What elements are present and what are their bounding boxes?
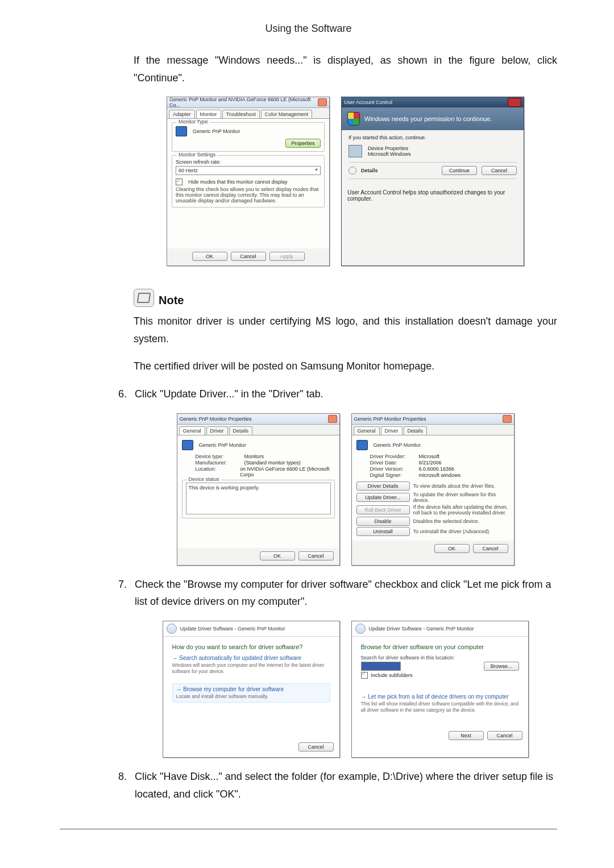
page-separator (60, 829, 557, 829)
screenshot-row-3: Update Driver Software - Generic PnP Mon… (134, 621, 557, 758)
tab-driver[interactable]: Driver (206, 426, 228, 435)
cancel-button[interactable]: Cancel (298, 742, 334, 751)
chevron-down-icon[interactable] (349, 167, 356, 175)
pnp-general-window: Generic PnP Monitor Properties General D… (177, 413, 340, 566)
back-icon[interactable] (167, 624, 177, 634)
pnp-driver-window: Generic PnP Monitor Properties General D… (351, 413, 515, 566)
uac-app-name: Device Properties (368, 146, 411, 151)
uac-app-publisher: Microsoft Windows (368, 151, 411, 157)
disable-desc: Disables the selected device. (413, 518, 480, 524)
page-title: Using the Software (60, 23, 557, 35)
update-driver-wizard-2: Update Driver Software - Generic PnP Mon… (351, 621, 529, 758)
monitor-name: Generic PnP Monitor (193, 128, 240, 134)
uninstall-button[interactable]: Uninstall (356, 527, 410, 536)
tab-details[interactable]: Details (404, 426, 428, 435)
device-status-text: This device is working properly. (186, 483, 331, 514)
continue-button[interactable]: Continue (442, 166, 477, 175)
tab-general[interactable]: General (354, 426, 380, 435)
note-label: Note (159, 294, 184, 307)
cancel-button[interactable]: Cancel (298, 551, 334, 560)
let-me-pick-option[interactable]: → Let me pick from a list of device driv… (361, 693, 519, 700)
hide-modes-label: Hide modes that this monitor cannot disp… (188, 179, 288, 185)
note-icon (134, 289, 154, 307)
wizard-heading: Browse for driver software on your compu… (361, 643, 519, 650)
location-value: on NVIDIA GeForce 6600 LE (Microsoft Cor… (240, 466, 335, 477)
tab-monitor[interactable]: Monitor (196, 110, 221, 118)
update-driver-wizard-1: Update Driver Software - Generic PnP Mon… (163, 621, 340, 758)
next-button[interactable]: Next (449, 731, 484, 740)
date-label: Driver Date: (370, 460, 414, 466)
dev-type-value: Monitors (244, 454, 264, 459)
provider-label: Driver Provider: (370, 454, 414, 459)
refresh-rate-label: Screen refresh rate: (176, 159, 321, 165)
close-icon[interactable] (503, 415, 512, 423)
screenshot-row-1: Generic PnP Monitor and NVIDIA GeForce 6… (134, 97, 557, 266)
tab-color-management[interactable]: Color Management (261, 110, 313, 118)
close-icon[interactable] (508, 98, 521, 107)
let-me-pick-desc: This list will show installed driver sof… (361, 701, 519, 714)
cancel-button[interactable]: Cancel (473, 544, 508, 553)
update-driver-desc: To update the driver software for this d… (413, 492, 509, 503)
details-toggle[interactable]: Details (361, 168, 437, 173)
search-auto-desc: Windows will search your computer and th… (172, 662, 330, 675)
tab-details[interactable]: Details (229, 426, 253, 435)
mfr-value: (Standard monitor types) (244, 460, 301, 466)
update-driver-button[interactable]: Update Driver... (356, 493, 410, 502)
hide-modes-help: Clearing this check box allows you to se… (176, 186, 321, 203)
breadcrumb: Update Driver Software - Generic PnP Mon… (369, 626, 474, 632)
note-line-2: The certified driver will be posted on S… (134, 358, 557, 375)
close-icon[interactable] (328, 415, 337, 423)
uac-title: User Account Control (344, 99, 392, 105)
dev-type-label: Device type: (196, 454, 240, 459)
uninstall-desc: To uninstall the driver (Advanced). (413, 529, 491, 534)
window-title: Generic PnP Monitor and NVIDIA GeForce 6… (169, 97, 318, 108)
close-icon[interactable] (318, 98, 327, 106)
tab-adapter[interactable]: Adapter (169, 110, 195, 118)
monitor-settings-legend: Monitor Settings (177, 152, 217, 157)
ok-button[interactable]: OK (260, 551, 295, 560)
tabstrip: Adapter Monitor Troubleshoot Color Manag… (167, 108, 329, 118)
step-7-text: Check the "Browse my computer for driver… (135, 576, 557, 610)
version-label: Driver Version: (370, 466, 414, 472)
ok-button[interactable]: OK (434, 544, 470, 553)
properties-button[interactable]: Properties (285, 139, 321, 148)
cancel-button[interactable]: Cancel (487, 731, 522, 740)
browse-button[interactable]: Browse... (484, 662, 519, 671)
refresh-rate-select[interactable]: 60 Hertz (176, 166, 321, 175)
monitor-icon (182, 440, 193, 450)
tab-troubleshoot[interactable]: Troubleshoot (222, 110, 260, 118)
wizard-heading: How do you want to search for driver sof… (172, 643, 330, 650)
version-value: 6.0.6000.16386 (419, 466, 455, 472)
cancel-button[interactable]: Cancel (482, 166, 517, 175)
screenshot-row-2: Generic PnP Monitor Properties General D… (134, 413, 557, 566)
window-title: Generic PnP Monitor Properties (354, 416, 426, 422)
search-auto-option[interactable]: → Search automatically for updated drive… (172, 655, 330, 661)
signer-value: microsoft windows (419, 472, 461, 478)
include-subfolders-checkbox[interactable] (361, 672, 368, 679)
path-input[interactable] (361, 662, 401, 671)
signer-label: Digital Signer: (370, 472, 414, 478)
shield-icon (347, 112, 360, 126)
monitor-icon (356, 440, 368, 450)
tab-driver[interactable]: Driver (381, 426, 403, 435)
hide-modes-checkbox[interactable] (176, 178, 182, 185)
step-number: 8. (117, 768, 127, 786)
back-icon[interactable] (355, 624, 366, 634)
roll-back-desc: If the device fails after updating the d… (413, 504, 509, 516)
device-name: Generic PnP Monitor (199, 442, 246, 448)
cancel-button[interactable]: Cancel (231, 252, 266, 261)
monitor-type-legend: Monitor Type (177, 119, 210, 124)
include-subfolders-label: Include subfolders (371, 672, 413, 678)
roll-back-driver-button[interactable]: Roll Back Driver (356, 505, 410, 514)
disable-button[interactable]: Disable (356, 517, 410, 526)
browse-computer-option[interactable]: → Browse my computer for driver software (176, 686, 326, 692)
driver-details-button[interactable]: Driver Details (356, 481, 410, 491)
step-number: 7. (117, 576, 127, 593)
step-6-text: Click "Update Driver..." in the "Driver"… (135, 385, 557, 403)
tab-general[interactable]: General (179, 426, 205, 435)
apply-button[interactable]: Apply (269, 252, 305, 261)
browse-computer-desc: Locate and install driver software manua… (176, 693, 326, 700)
ok-button[interactable]: OK (192, 252, 227, 261)
uac-footer: User Account Control helps stop unauthor… (342, 185, 524, 206)
window-title: Generic PnP Monitor Properties (180, 416, 252, 422)
